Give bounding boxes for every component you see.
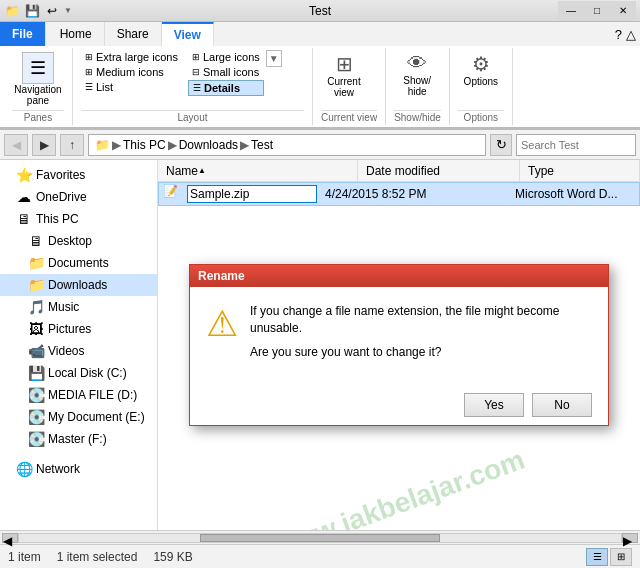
sidebar-item-onedrive[interactable]: ☁ OneDrive [0,186,157,208]
documents-icon: 📁 [28,255,44,271]
back-button[interactable]: ◀ [4,134,28,156]
documents-label: Documents [48,256,109,270]
layout-group-label: Layout [81,110,304,123]
sidebar-item-favorites[interactable]: ⭐ Favorites [0,164,157,186]
tab-view[interactable]: View [162,22,214,46]
favorites-label: Favorites [36,168,85,182]
dialog-title-bar: Rename [190,265,608,287]
options-icon: ⚙ [472,52,490,76]
tab-share[interactable]: Share [105,22,162,46]
yes-button[interactable]: Yes [464,393,524,417]
ribbon-tabs: File Home Share View ? △ [0,22,640,46]
sidebar-item-local-disk[interactable]: 💾 Local Disk (C:) [0,362,157,384]
dialog-title: Rename [198,269,245,283]
pictures-label: Pictures [48,322,91,336]
ribbon-group-current-view: ⊞ Currentview Current view [313,48,386,125]
dialog-message2: Are you sure you want to change it? [250,344,592,361]
nav-pane-label: Navigationpane [14,84,61,106]
ribbon-group-panes: ☰ Navigationpane Panes [4,48,73,125]
no-button[interactable]: No [532,393,592,417]
sidebar-item-downloads[interactable]: 📁 Downloads [0,274,157,296]
file-list: Name ▲ Date modified Type 📝 4/24/2015 8:… [158,160,640,530]
favorites-icon: ⭐ [16,167,32,183]
ribbon-toggle[interactable]: △ [626,27,636,42]
sidebar-item-media-file[interactable]: 💽 MEDIA FILE (D:) [0,384,157,406]
current-view-button[interactable]: ⊞ Currentview [321,50,367,100]
my-document-icon: 💽 [28,409,44,425]
view-toggles: ☰ ⊞ [586,548,632,566]
panes-group-label: Panes [12,110,64,123]
sidebar-item-network[interactable]: 🌐 Network [0,458,157,480]
scrollbar-area: ◀ ▶ [0,530,640,544]
media-file-icon: 💽 [28,387,44,403]
sidebar-item-this-pc[interactable]: 🖥 This PC [0,208,157,230]
up-button[interactable]: ↑ [60,134,84,156]
navigation-pane-button[interactable]: ☰ Navigationpane [12,50,64,108]
options-label: Options [464,76,498,87]
scroll-left-button[interactable]: ◀ [2,533,18,543]
desktop-icon: 🖥 [28,233,44,249]
sidebar-item-music[interactable]: 🎵 Music [0,296,157,318]
refresh-button[interactable]: ↻ [490,134,512,156]
ribbon-group-options: ⚙ Options Options [450,48,513,125]
forward-button[interactable]: ▶ [32,134,56,156]
address-path[interactable]: 📁 ▶ This PC ▶ Downloads ▶ Test [88,134,486,156]
master-icon: 💽 [28,431,44,447]
show-hide-button[interactable]: 👁 Show/hide [394,50,440,99]
sidebar-item-documents[interactable]: 📁 Documents [0,252,157,274]
ribbon-content: ☰ Navigationpane Panes ⊞ Extra large ico… [0,46,640,129]
help-button[interactable]: ? [615,27,622,42]
qat-dropdown[interactable]: ▼ [64,6,72,15]
this-pc-label: This PC [36,212,79,226]
large-view-toggle[interactable]: ⊞ [610,548,632,566]
maximize-button[interactable]: □ [584,1,610,21]
list-btn[interactable]: ☰ List [81,80,182,94]
downloads-label: Downloads [48,278,107,292]
show-hide-label: Show/hide [394,110,441,123]
search-input[interactable] [521,139,640,151]
warning-icon: ⚠ [206,303,238,369]
undo-icon: ↩ [44,3,60,19]
onedrive-label: OneDrive [36,190,87,204]
desktop-label: Desktop [48,234,92,248]
title-bar-left: 📁 💾 ↩ ▼ [4,3,72,19]
details-btn[interactable]: ☰ Details [188,80,264,96]
dialog-text: If you change a file name extension, the… [250,303,592,369]
search-box[interactable]: 🔍 [516,134,636,156]
scrollbar-track[interactable] [18,533,622,543]
local-disk-label: Local Disk (C:) [48,366,127,380]
show-hide-icon: 👁 [407,52,427,75]
path-test: Test [251,138,273,152]
options-button[interactable]: ⚙ Options [458,50,504,89]
ribbon-group-show-hide: 👁 Show/hide Show/hide [386,48,450,125]
sidebar-item-my-document[interactable]: 💽 My Document (E:) [0,406,157,428]
tab-home[interactable]: Home [48,22,105,46]
window-controls: — □ ✕ [558,1,636,21]
title-bar: 📁 💾 ↩ ▼ Test — □ ✕ [0,0,640,22]
close-button[interactable]: ✕ [610,1,636,21]
current-view-label: Current view [321,110,377,123]
small-icons-btn[interactable]: ⊟ Small icons [188,65,264,79]
layout-dropdown[interactable]: ▼ [266,50,282,67]
path-this-pc: 📁 [95,138,110,152]
current-view-icon: ⊞ [336,52,353,76]
tab-file[interactable]: File [0,22,46,46]
onedrive-icon: ☁ [16,189,32,205]
sidebar-item-desktop[interactable]: 🖥 Desktop [0,230,157,252]
sidebar-item-videos[interactable]: 📹 Videos [0,340,157,362]
large-icons-btn[interactable]: ⊞ Large icons [188,50,264,64]
path-downloads: Downloads [179,138,238,152]
scroll-right-button[interactable]: ▶ [622,533,638,543]
sidebar-item-master[interactable]: 💽 Master (F:) [0,428,157,450]
scrollbar-thumb[interactable] [200,534,441,542]
network-label: Network [36,462,80,476]
rename-dialog: Rename ⚠ If you change a file name exten… [189,264,609,426]
details-view-toggle[interactable]: ☰ [586,548,608,566]
extra-large-icons-btn[interactable]: ⊞ Extra large icons [81,50,182,64]
medium-icons-btn[interactable]: ⊞ Medium icons [81,65,182,79]
dialog-body: ⚠ If you change a file name extension, t… [190,287,608,385]
minimize-button[interactable]: — [558,1,584,21]
sidebar-item-pictures[interactable]: 🖼 Pictures [0,318,157,340]
status-bar: 1 item 1 item selected 159 KB ☰ ⊞ [0,544,640,568]
dialog-overlay: Rename ⚠ If you change a file name exten… [158,160,640,530]
